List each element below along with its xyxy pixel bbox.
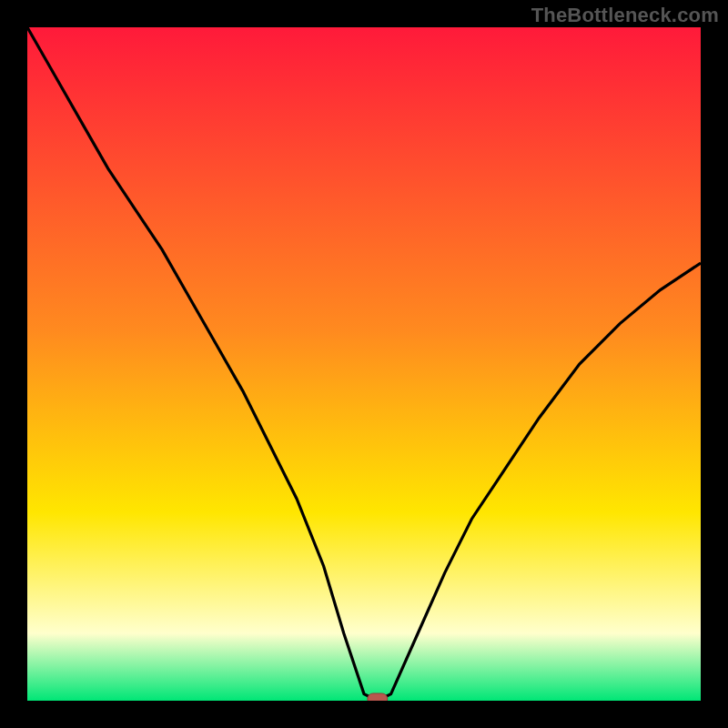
bottleneck-plot <box>27 27 701 701</box>
watermark-text: TheBottleneck.com <box>531 4 719 27</box>
plot-svg <box>27 27 701 701</box>
chart-frame: TheBottleneck.com <box>0 0 728 728</box>
gradient-bg <box>27 27 701 701</box>
optimum-marker <box>368 693 388 701</box>
